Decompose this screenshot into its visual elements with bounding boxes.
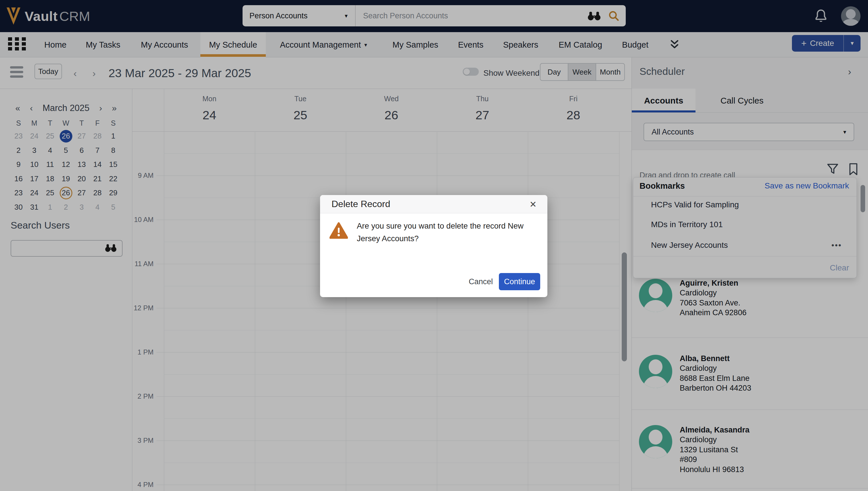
confirmation-message: Are you sure you want to delete the reco…: [357, 220, 545, 245]
warning-triangle-icon: [329, 222, 348, 240]
close-icon[interactable]: ✕: [526, 195, 540, 213]
continue-button[interactable]: Continue: [499, 273, 540, 290]
modal-title: Delete Record: [331, 199, 390, 209]
cancel-button[interactable]: Cancel: [468, 273, 494, 290]
vault-crm-app: Vault CRM Person Accounts ▾: [0, 0, 868, 491]
modal-header: Delete Record: [320, 195, 547, 213]
